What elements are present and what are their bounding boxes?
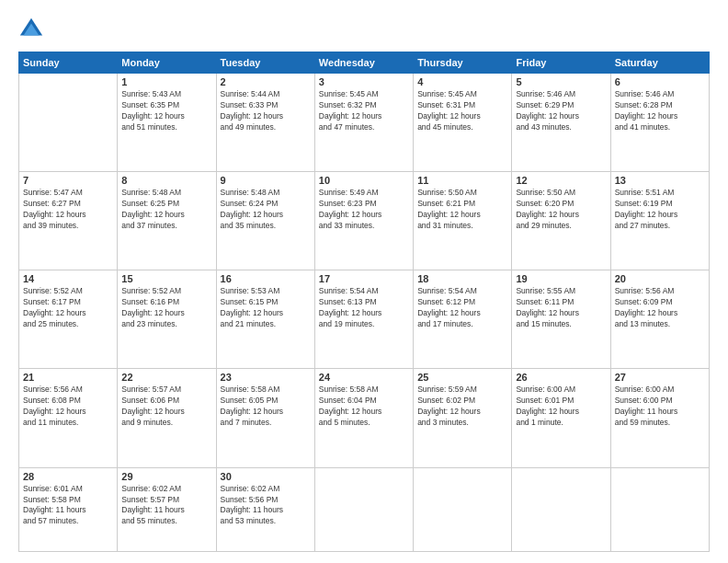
day-number: 21 [23, 372, 113, 383]
cell-info: Sunrise: 5:48 AM Sunset: 6:24 PM Dayligh… [221, 188, 311, 232]
calendar-cell [19, 74, 118, 172]
calendar-cell: 30Sunrise: 6:02 AM Sunset: 5:56 PM Dayli… [216, 467, 314, 551]
calendar-cell [610, 467, 709, 551]
day-number: 29 [121, 471, 211, 482]
cell-info: Sunrise: 6:00 AM Sunset: 6:00 PM Dayligh… [615, 385, 705, 429]
cell-info: Sunrise: 5:43 AM Sunset: 6:35 PM Dayligh… [121, 89, 211, 133]
day-number: 12 [516, 175, 606, 186]
day-number: 26 [516, 372, 606, 383]
calendar-cell: 4Sunrise: 5:45 AM Sunset: 6:31 PM Daylig… [414, 74, 512, 172]
day-number: 13 [615, 175, 705, 186]
day-number: 2 [221, 76, 311, 87]
logo [18, 17, 48, 42]
day-number: 6 [615, 76, 705, 87]
calendar-cell: 10Sunrise: 5:49 AM Sunset: 6:23 PM Dayli… [314, 172, 413, 270]
cell-info: Sunrise: 6:00 AM Sunset: 6:01 PM Dayligh… [516, 385, 606, 429]
day-number: 16 [221, 273, 311, 284]
cell-info: Sunrise: 5:46 AM Sunset: 6:29 PM Dayligh… [516, 89, 606, 133]
calendar-cell: 18Sunrise: 5:54 AM Sunset: 6:12 PM Dayli… [414, 270, 512, 369]
cell-info: Sunrise: 5:55 AM Sunset: 6:11 PM Dayligh… [516, 286, 606, 330]
cell-info: Sunrise: 5:51 AM Sunset: 6:19 PM Dayligh… [615, 188, 705, 232]
day-number: 5 [516, 76, 606, 87]
calendar-cell: 24Sunrise: 5:58 AM Sunset: 6:04 PM Dayli… [314, 369, 413, 467]
cell-info: Sunrise: 5:54 AM Sunset: 6:12 PM Dayligh… [417, 286, 507, 330]
calendar-cell: 13Sunrise: 5:51 AM Sunset: 6:19 PM Dayli… [610, 172, 709, 270]
cell-info: Sunrise: 5:47 AM Sunset: 6:27 PM Dayligh… [23, 188, 113, 232]
cell-info: Sunrise: 5:52 AM Sunset: 6:16 PM Dayligh… [121, 286, 211, 330]
cell-info: Sunrise: 5:56 AM Sunset: 6:08 PM Dayligh… [23, 385, 113, 429]
day-number: 28 [23, 471, 113, 482]
weekday-header-wednesday: Wednesday [314, 52, 413, 74]
day-number: 3 [319, 76, 409, 87]
cell-info: Sunrise: 5:58 AM Sunset: 6:04 PM Dayligh… [319, 385, 409, 429]
day-number: 18 [417, 273, 507, 284]
cell-info: Sunrise: 5:57 AM Sunset: 6:06 PM Dayligh… [121, 385, 211, 429]
day-number: 19 [516, 273, 606, 284]
day-number: 30 [221, 471, 311, 482]
weekday-header-tuesday: Tuesday [216, 52, 314, 74]
day-number: 8 [121, 175, 211, 186]
cell-info: Sunrise: 5:46 AM Sunset: 6:28 PM Dayligh… [615, 89, 705, 133]
calendar-week-row: 21Sunrise: 5:56 AM Sunset: 6:08 PM Dayli… [19, 369, 710, 467]
calendar-cell: 6Sunrise: 5:46 AM Sunset: 6:28 PM Daylig… [610, 74, 709, 172]
cell-info: Sunrise: 5:59 AM Sunset: 6:02 PM Dayligh… [417, 385, 507, 429]
calendar-cell: 26Sunrise: 6:00 AM Sunset: 6:01 PM Dayli… [512, 369, 610, 467]
day-number: 10 [319, 175, 409, 186]
calendar-cell: 7Sunrise: 5:47 AM Sunset: 6:27 PM Daylig… [19, 172, 118, 270]
calendar-cell: 1Sunrise: 5:43 AM Sunset: 6:35 PM Daylig… [118, 74, 216, 172]
day-number: 25 [417, 372, 507, 383]
cell-info: Sunrise: 5:52 AM Sunset: 6:17 PM Dayligh… [23, 286, 113, 330]
cell-info: Sunrise: 5:50 AM Sunset: 6:21 PM Dayligh… [417, 188, 507, 232]
calendar-cell: 20Sunrise: 5:56 AM Sunset: 6:09 PM Dayli… [610, 270, 709, 369]
calendar-cell: 2Sunrise: 5:44 AM Sunset: 6:33 PM Daylig… [216, 74, 314, 172]
calendar-cell: 22Sunrise: 5:57 AM Sunset: 6:06 PM Dayli… [118, 369, 216, 467]
day-number: 23 [221, 372, 311, 383]
calendar-week-row: 28Sunrise: 6:01 AM Sunset: 5:58 PM Dayli… [19, 467, 710, 551]
cell-info: Sunrise: 5:56 AM Sunset: 6:09 PM Dayligh… [615, 286, 705, 330]
cell-info: Sunrise: 5:45 AM Sunset: 6:32 PM Dayligh… [319, 89, 409, 133]
cell-info: Sunrise: 5:49 AM Sunset: 6:23 PM Dayligh… [319, 188, 409, 232]
weekday-header-saturday: Saturday [610, 52, 709, 74]
weekday-header-thursday: Thursday [414, 52, 512, 74]
calendar-cell: 16Sunrise: 5:53 AM Sunset: 6:15 PM Dayli… [216, 270, 314, 369]
calendar-cell: 11Sunrise: 5:50 AM Sunset: 6:21 PM Dayli… [414, 172, 512, 270]
day-number: 15 [121, 273, 211, 284]
cell-info: Sunrise: 6:02 AM Sunset: 5:56 PM Dayligh… [221, 484, 311, 528]
calendar-cell: 28Sunrise: 6:01 AM Sunset: 5:58 PM Dayli… [19, 467, 118, 551]
cell-info: Sunrise: 5:54 AM Sunset: 6:13 PM Dayligh… [319, 286, 409, 330]
calendar-cell [512, 467, 610, 551]
weekday-header-friday: Friday [512, 52, 610, 74]
cell-info: Sunrise: 5:44 AM Sunset: 6:33 PM Dayligh… [221, 89, 311, 133]
calendar-cell: 19Sunrise: 5:55 AM Sunset: 6:11 PM Dayli… [512, 270, 610, 369]
calendar-cell: 12Sunrise: 5:50 AM Sunset: 6:20 PM Dayli… [512, 172, 610, 270]
calendar-cell: 8Sunrise: 5:48 AM Sunset: 6:25 PM Daylig… [118, 172, 216, 270]
calendar-cell: 17Sunrise: 5:54 AM Sunset: 6:13 PM Dayli… [314, 270, 413, 369]
calendar-cell: 21Sunrise: 5:56 AM Sunset: 6:08 PM Dayli… [19, 369, 118, 467]
calendar-table: SundayMondayTuesdayWednesdayThursdayFrid… [18, 52, 710, 552]
cell-info: Sunrise: 5:48 AM Sunset: 6:25 PM Dayligh… [121, 188, 211, 232]
cell-info: Sunrise: 5:53 AM Sunset: 6:15 PM Dayligh… [221, 286, 311, 330]
weekday-header-sunday: Sunday [19, 52, 118, 74]
logo-icon [18, 17, 44, 42]
calendar-cell: 15Sunrise: 5:52 AM Sunset: 6:16 PM Dayli… [118, 270, 216, 369]
cell-info: Sunrise: 5:58 AM Sunset: 6:05 PM Dayligh… [221, 385, 311, 429]
cell-info: Sunrise: 5:50 AM Sunset: 6:20 PM Dayligh… [516, 188, 606, 232]
day-number: 24 [319, 372, 409, 383]
calendar-cell [414, 467, 512, 551]
cell-info: Sunrise: 6:01 AM Sunset: 5:58 PM Dayligh… [23, 484, 113, 528]
calendar-cell: 3Sunrise: 5:45 AM Sunset: 6:32 PM Daylig… [314, 74, 413, 172]
cell-info: Sunrise: 5:45 AM Sunset: 6:31 PM Dayligh… [417, 89, 507, 133]
day-number: 27 [615, 372, 705, 383]
weekday-header-monday: Monday [118, 52, 216, 74]
calendar-cell: 27Sunrise: 6:00 AM Sunset: 6:00 PM Dayli… [610, 369, 709, 467]
calendar-cell: 25Sunrise: 5:59 AM Sunset: 6:02 PM Dayli… [414, 369, 512, 467]
cell-info: Sunrise: 6:02 AM Sunset: 5:57 PM Dayligh… [121, 484, 211, 528]
calendar-cell [314, 467, 413, 551]
calendar-week-row: 7Sunrise: 5:47 AM Sunset: 6:27 PM Daylig… [19, 172, 710, 270]
day-number: 4 [417, 76, 507, 87]
calendar-week-row: 14Sunrise: 5:52 AM Sunset: 6:17 PM Dayli… [19, 270, 710, 369]
day-number: 11 [417, 175, 507, 186]
day-number: 20 [615, 273, 705, 284]
day-number: 1 [121, 76, 211, 87]
calendar-cell: 23Sunrise: 5:58 AM Sunset: 6:05 PM Dayli… [216, 369, 314, 467]
